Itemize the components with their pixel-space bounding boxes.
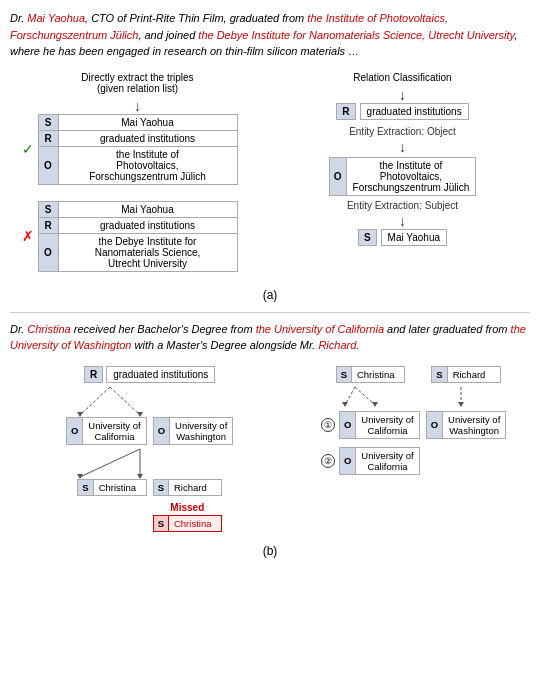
b-s-missed-label: S — [154, 516, 169, 531]
table-row-s2: S Mai Yaohua — [38, 201, 237, 217]
left-panel-label: Directly extract the triples(given relat… — [81, 72, 193, 94]
b-right-s-christina: S Christina — [336, 366, 405, 383]
b-node-s-richard: S Richard — [153, 479, 222, 496]
r-label-1: R — [38, 130, 58, 146]
r-value-1: graduated institutions — [58, 130, 237, 146]
table-row-r1: R graduated institutions — [38, 130, 237, 146]
org-california: the University of California — [256, 323, 384, 335]
b-ro3-value: University ofWashington — [443, 412, 505, 438]
section-a: Dr. Mai Yaohua, CTO of Print-Rite Thin F… — [10, 10, 530, 302]
svg-line-1 — [110, 387, 140, 415]
section-b-intro: Dr. Christina received her Bachelor's De… — [10, 321, 530, 354]
svg-marker-11 — [372, 402, 378, 407]
triple-group-1: ✓ S Mai Yaohua R graduated institutions … — [38, 114, 238, 185]
section-a-intro: Dr. Mai Yaohua, CTO of Print-Rite Thin F… — [10, 10, 530, 60]
o-value-rc: the Institute ofPhotovoltaics,Forschungs… — [346, 157, 476, 195]
b-ro2-value: University ofCalifornia — [356, 448, 418, 474]
b-o1-value: University ofCalifornia — [83, 418, 145, 444]
svg-line-9 — [355, 387, 375, 405]
table-row-r2: R graduated institutions — [38, 217, 237, 233]
arrow-down-ee-sub: ↓ — [399, 214, 406, 228]
b-node-o-washington: O University ofWashington — [153, 417, 234, 445]
triple-group-2: ✗ S Mai Yaohua R graduated institutions … — [38, 201, 238, 272]
b-rs2-value: Richard — [448, 367, 500, 382]
b-missed-label: Missed — [170, 502, 204, 513]
b-s2-label: S — [154, 480, 169, 495]
o-box-rc: O the Institute ofPhotovoltaics,Forschun… — [329, 157, 477, 196]
right-classification-panel: Relation Classification ↓ R graduated in… — [275, 72, 530, 250]
b-right-o-wash: O University ofWashington — [426, 411, 507, 439]
triple-table-2: S Mai Yaohua R graduated institutions O … — [38, 201, 238, 272]
b-r-value: graduated institutions — [106, 366, 215, 383]
table-row-o2: O the Debye Institute forNanomaterials S… — [38, 233, 237, 271]
s-value-1: Mai Yaohua — [58, 114, 237, 130]
x-mark-1: ✗ — [22, 228, 34, 244]
r-label-2: R — [38, 217, 58, 233]
ee-object-label: Entity Extraction: Object — [349, 126, 456, 137]
section-a-diagram: Directly extract the triples(given relat… — [10, 72, 530, 280]
section-a-label: (a) — [10, 288, 530, 302]
o-value-2: the Debye Institute forNanomaterials Sci… — [58, 233, 237, 271]
b-s1-label: S — [78, 480, 93, 495]
triple-table-1: S Mai Yaohua R graduated institutions O … — [38, 114, 238, 185]
b-right-o-cal-2: O University ofCalifornia — [339, 447, 420, 475]
r-relation-row: R graduated institutions — [336, 103, 468, 120]
section-b: Dr. Christina received her Bachelor's De… — [10, 321, 530, 558]
o-label-rc: O — [329, 157, 346, 195]
arrow-down-1: ↓ — [134, 99, 141, 113]
s-label-2: S — [38, 201, 58, 217]
b-arrows-top — [50, 387, 250, 417]
table-row-s1: S Mai Yaohua — [38, 114, 237, 130]
r-label-rc: R — [336, 103, 355, 120]
check-mark-1: ✓ — [22, 141, 34, 157]
b-num-2: ② — [321, 454, 335, 468]
b-right-o-cal-1: O University ofCalifornia — [339, 411, 420, 439]
name-richard: Richard — [318, 339, 356, 351]
svg-marker-13 — [458, 402, 464, 407]
section-b-diagram: R graduated institutions O University of… — [10, 366, 530, 536]
b-s1-value: Christina — [94, 480, 146, 495]
arrow-down-ee-obj: ↓ — [399, 140, 406, 154]
b-r-label: R — [84, 366, 103, 383]
b-right-panel: S Christina ① O U — [297, 366, 530, 475]
s-label-1: S — [38, 114, 58, 130]
b-ro1-label: O — [340, 412, 356, 438]
b-o2-label: O — [154, 418, 170, 444]
o-label-2: O — [38, 233, 58, 271]
ee-subject-label: Entity Extraction: Subject — [347, 200, 458, 211]
b-left-panel: R graduated institutions O University of… — [10, 366, 289, 536]
r-value-rc: graduated institutions — [360, 103, 469, 120]
b-s-nodes-row: S Christina S Richard Missed S Christina — [77, 479, 222, 532]
b-right-s-row: S Christina ① O U — [321, 366, 506, 475]
s-relation-row-rc: S Mai Yaohua — [358, 229, 447, 246]
left-extraction-panel: Directly extract the triples(given relat… — [10, 72, 265, 280]
svg-line-4 — [80, 449, 140, 477]
b-richard-col: S Richard Missed S Christina — [153, 479, 222, 532]
s-value-rc: Mai Yaohua — [381, 229, 447, 246]
section-b-label: (b) — [10, 544, 530, 558]
arrow-down-rc: ↓ — [399, 88, 406, 102]
right-panel-label: Relation Classification — [353, 72, 451, 83]
table-row-o1: O the Institute ofPhotovoltaics,Forschun… — [38, 146, 237, 184]
b-num-1: ① — [321, 418, 335, 432]
b-ro3-label: O — [427, 412, 443, 438]
b-rs1-label: S — [337, 367, 352, 382]
b-o1-label: O — [67, 418, 83, 444]
b-rs2-label: S — [432, 367, 447, 382]
svg-line-0 — [80, 387, 110, 415]
o-label-1: O — [38, 146, 58, 184]
section-divider — [10, 312, 530, 313]
b-s-missed-value: Christina — [169, 516, 221, 531]
b-numbered-2-row: ② O University ofCalifornia — [321, 447, 420, 475]
s-value-2: Mai Yaohua — [58, 201, 237, 217]
b-rs1-value: Christina — [352, 367, 404, 382]
b-numbered-1: ① O University ofCalifornia — [321, 411, 420, 439]
b-node-o-california: O University ofCalifornia — [66, 417, 147, 445]
o-table-rc: O the Institute ofPhotovoltaics,Forschun… — [329, 157, 477, 196]
b-node-s-christina-missed: S Christina — [153, 515, 222, 532]
b-right-s-richard: S Richard — [431, 366, 500, 383]
s-label-rc: S — [358, 229, 377, 246]
b-ro2-label: O — [340, 448, 356, 474]
o-value-1: the Institute ofPhotovoltaics,Forschungs… — [58, 146, 237, 184]
b-r-top: R graduated institutions — [84, 366, 215, 383]
